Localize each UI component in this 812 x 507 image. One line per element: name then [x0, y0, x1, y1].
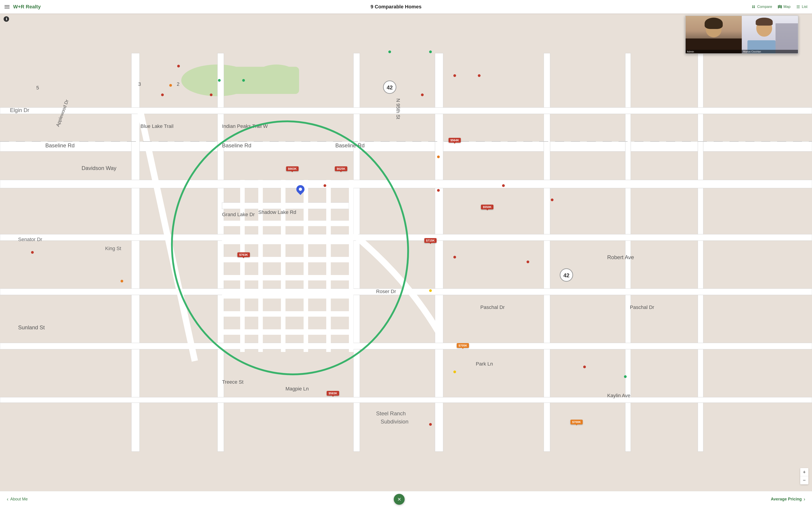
video-label-admin: Admin — [686, 50, 742, 53]
property-dot[interactable] — [323, 184, 326, 187]
header-left: W+R Realty — [5, 4, 41, 10]
footer-forward-label: Average Pricing — [771, 497, 802, 502]
svg-rect-41 — [326, 180, 331, 352]
svg-text:Baseline Rd: Baseline Rd — [335, 143, 364, 149]
page-title: 9 Comparable Homes — [370, 4, 421, 10]
property-dot[interactable] — [161, 94, 164, 96]
svg-rect-23 — [0, 180, 812, 188]
svg-text:King St: King St — [105, 245, 121, 251]
property-dot[interactable] — [218, 79, 221, 82]
svg-text:42: 42 — [387, 84, 393, 91]
zoom-controls: + − — [800, 468, 808, 484]
property-dot[interactable] — [453, 371, 456, 373]
price-marker-705k[interactable]: $705K — [457, 343, 469, 348]
svg-rect-40 — [304, 180, 308, 352]
svg-point-0 — [752, 5, 753, 7]
svg-text:5: 5 — [36, 85, 39, 91]
property-dot[interactable] — [502, 184, 505, 187]
property-dot[interactable] — [31, 251, 34, 254]
home-pin[interactable] — [296, 185, 305, 195]
compare-label: Compare — [757, 5, 772, 9]
svg-text:Magpie Ln: Magpie Ln — [286, 386, 309, 392]
video-overlay: Admin Marius Ciocirlan — [685, 15, 798, 54]
price-marker-583k[interactable]: $583K — [327, 391, 339, 396]
svg-text:Elgin Dr: Elgin Dr — [10, 107, 29, 113]
property-dot[interactable] — [453, 256, 456, 259]
svg-text:Paschal Dr: Paschal Dr — [480, 304, 505, 310]
hamburger-menu[interactable] — [5, 5, 9, 8]
header-nav: Compare Map List — [751, 5, 807, 9]
svg-text:Park Ln: Park Ln — [476, 361, 493, 367]
price-marker-715k[interactable]: $715K — [424, 238, 436, 243]
video-panel-admin: Admin — [686, 16, 742, 53]
price-marker-550k[interactable]: $550K — [481, 205, 493, 209]
svg-text:Treece St: Treece St — [222, 379, 244, 385]
list-nav[interactable]: List — [796, 5, 807, 9]
chevron-left-icon: ‹ — [7, 496, 8, 502]
video-panel-marius: Marius Ciocirlan — [742, 16, 798, 53]
svg-rect-6 — [780, 5, 782, 8]
svg-text:N 95th St: N 95th St — [395, 99, 401, 119]
chevron-right-icon: › — [804, 496, 805, 502]
svg-text:3: 3 — [138, 81, 141, 87]
property-dot[interactable] — [453, 74, 456, 77]
map-nav[interactable]: Map — [777, 5, 791, 9]
svg-text:Roser Dr: Roser Dr — [376, 289, 396, 294]
svg-point-1 — [754, 5, 755, 7]
svg-rect-27 — [0, 397, 812, 403]
list-label: List — [802, 5, 807, 9]
price-marker-700k[interactable]: $700K — [570, 419, 582, 425]
video-label-marius: Marius Ciocirlan — [742, 50, 798, 53]
property-dot[interactable] — [583, 365, 586, 368]
map-container[interactable]: 42 42 Elgin Dr Baseline Rd Baseline Rd B… — [0, 13, 812, 491]
property-dot[interactable] — [551, 199, 554, 201]
svg-point-3 — [754, 7, 755, 8]
zoom-out-button[interactable]: − — [800, 476, 808, 484]
svg-text:Baseline Rd: Baseline Rd — [222, 143, 251, 149]
property-dot[interactable] — [120, 280, 123, 282]
svg-text:Blue Lake Trail: Blue Lake Trail — [141, 123, 173, 129]
property-dot[interactable] — [437, 156, 440, 158]
property-dot[interactable] — [242, 79, 245, 82]
property-dot[interactable] — [421, 94, 424, 96]
info-button[interactable]: ℹ — [4, 16, 9, 22]
map-roads-svg: 42 42 Elgin Dr Baseline Rd Baseline Rd B… — [0, 13, 812, 491]
property-dot[interactable] — [429, 423, 432, 426]
property-dot[interactable] — [429, 51, 432, 53]
close-button[interactable]: × — [394, 494, 405, 505]
svg-rect-4 — [778, 5, 779, 8]
property-dot[interactable] — [624, 375, 627, 378]
property-dot[interactable] — [429, 289, 432, 292]
price-marker-625k[interactable]: $625K — [335, 166, 347, 171]
svg-text:Sunland St: Sunland St — [18, 324, 45, 331]
property-dot[interactable] — [478, 74, 480, 77]
svg-text:Davidson Way: Davidson Way — [82, 165, 116, 171]
property-dot[interactable] — [388, 51, 391, 53]
property-dot[interactable] — [169, 84, 172, 87]
svg-rect-8 — [797, 7, 800, 7]
price-marker-564k[interactable]: $564K — [449, 138, 461, 143]
footer-back[interactable]: ‹ About Me — [7, 496, 28, 502]
svg-rect-37 — [240, 180, 245, 352]
property-dot[interactable] — [177, 65, 180, 67]
svg-text:Steel Ranch: Steel Ranch — [376, 410, 406, 416]
property-dot[interactable] — [526, 261, 529, 263]
property-dot[interactable] — [210, 94, 212, 96]
svg-text:Kaylin Ave: Kaylin Ave — [607, 393, 630, 398]
svg-point-2 — [752, 7, 753, 8]
svg-text:Baseline Rd: Baseline Rd — [45, 143, 74, 149]
price-marker-663k[interactable]: $663K — [286, 166, 298, 171]
svg-text:Grand Lake Dr: Grand Lake Dr — [222, 212, 255, 217]
compare-nav[interactable]: Compare — [751, 5, 772, 9]
svg-text:42: 42 — [563, 272, 570, 278]
price-marker-763k[interactable]: $763K — [238, 252, 250, 257]
svg-text:Shadow Lake Rd: Shadow Lake Rd — [258, 209, 296, 215]
footer-forward[interactable]: Average Pricing › — [771, 496, 805, 502]
app-header: W+R Realty 9 Comparable Homes Compare Ma… — [0, 0, 812, 13]
property-dot[interactable] — [437, 189, 440, 192]
list-icon — [796, 5, 801, 9]
close-icon: × — [397, 496, 401, 502]
svg-rect-5 — [779, 5, 780, 8]
svg-rect-22 — [0, 108, 812, 114]
zoom-in-button[interactable]: + — [800, 468, 808, 476]
